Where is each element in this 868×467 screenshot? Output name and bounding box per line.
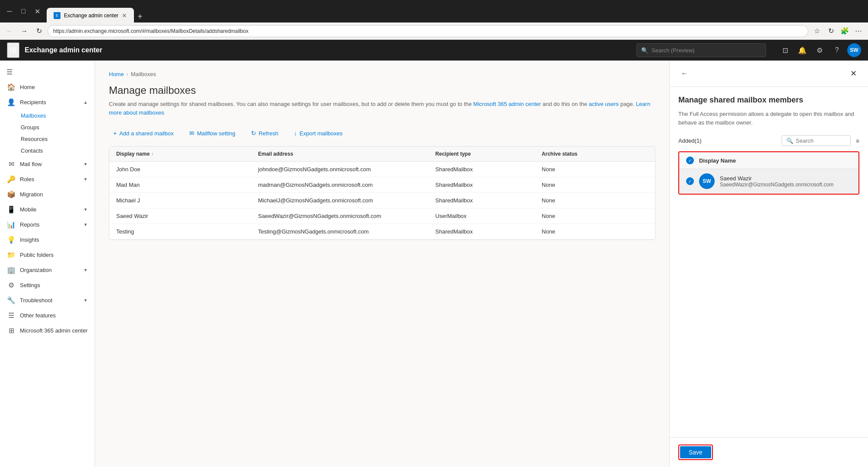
cell-email: MichaelJ@GizmosNGadgets.onmicrosoft.com	[258, 197, 435, 204]
table-row[interactable]: Testing Testing@GizmosNGadgets.onmicroso…	[109, 224, 655, 240]
member-info: Saeed Wazir SaeedWazir@GizmosNGadgets.on…	[720, 175, 852, 188]
home-icon: 🏠	[7, 83, 16, 91]
minimize-btn[interactable]: ─	[3, 5, 16, 17]
sidebar-label-roles: Roles	[20, 176, 79, 182]
sidebar-item-insights[interactable]: 💡 Insights	[0, 232, 95, 247]
toolbar: + Add a shared mailbox ✉ Mailflow settin…	[109, 127, 655, 139]
sidebar-item-troubleshoot[interactable]: 🔧 Troubleshoot ▼	[0, 293, 95, 308]
breadcrumb-separator: ›	[127, 71, 128, 77]
sidebar-item-m365admin[interactable]: ⊞ Microsoft 365 admin center	[0, 323, 95, 338]
mailflow-setting-button[interactable]: ✉ Mailflow setting	[185, 127, 240, 139]
organization-icon: 🏢	[7, 266, 16, 274]
reports-icon: 📊	[7, 221, 16, 229]
sidebar-label-reports: Reports	[20, 221, 79, 228]
sort-icon: ↑	[151, 152, 153, 157]
save-button[interactable]: Save	[680, 446, 711, 458]
breadcrumb-home[interactable]: Home	[109, 71, 124, 77]
cell-email: SaeedWazir@GizmosNGadgets.onmicrosoft.co…	[258, 213, 435, 219]
add-icon: +	[113, 130, 117, 137]
col-displayname[interactable]: Display name ↑	[116, 151, 258, 157]
sidebar-item-recipients[interactable]: 👤 Recipients ▲	[0, 95, 95, 110]
reports-chevron-icon: ▼	[83, 222, 88, 227]
member-row[interactable]: SW Saeed Wazir SaeedWazir@GizmosNGadgets…	[679, 169, 858, 194]
sidebar-item-organization[interactable]: 🏢 Organization ▼	[0, 262, 95, 278]
breadcrumb: Home › Mailboxes	[109, 71, 655, 77]
extensions-icon[interactable]: 🧩	[839, 25, 851, 37]
top-nav-icons: ⊡ 🔔 ⚙ ? SW	[778, 43, 861, 57]
help-icon[interactable]: ?	[830, 43, 844, 57]
refresh-icon[interactable]: ↻	[825, 25, 837, 37]
sidebar-item-reports[interactable]: 📊 Reports ▼	[0, 217, 95, 232]
cell-displayname: Mad Man	[116, 182, 258, 188]
active-users-link[interactable]: active users	[589, 101, 619, 107]
close-browser-btn[interactable]: ✕	[31, 5, 43, 17]
forward-button[interactable]: →	[18, 25, 30, 37]
col-email[interactable]: Email address	[258, 151, 435, 157]
members-list: Display Name SW Saeed Wazir SaeedWazir@G…	[678, 151, 859, 195]
active-tab[interactable]: E Exchange admin center ✕	[47, 8, 134, 23]
sidebar-subitem-groups[interactable]: Groups	[14, 122, 95, 133]
table-row[interactable]: John Doe johndoe@GizmosNGadgets.onmicros…	[109, 162, 655, 177]
add-shared-mailbox-button[interactable]: + Add a shared mailbox	[109, 127, 178, 139]
new-tab-button[interactable]: +	[134, 10, 146, 22]
panel-footer: Save	[670, 437, 868, 467]
sidebar-item-home[interactable]: 🏠 Home	[0, 80, 95, 95]
panel-back-button[interactable]: ←	[678, 67, 690, 80]
col-recipienttype[interactable]: Recipient type	[436, 151, 542, 157]
browser-right-icons: ☆ ↻ 🧩 ⋯	[811, 25, 865, 37]
mailflow-label: Mailflow setting	[197, 130, 235, 137]
sidebar-item-settings[interactable]: ⚙ Settings	[0, 278, 95, 293]
sidebar-item-publicfolders[interactable]: 📁 Public folders	[0, 247, 95, 262]
table-row[interactable]: Saeed Wazir SaeedWazir@GizmosNGadgets.on…	[109, 208, 655, 224]
sidebar-subitem-mailboxes[interactable]: Mailboxes	[14, 110, 95, 122]
sidebar-item-mailflow[interactable]: ✉ Mail flow ▼	[0, 157, 95, 172]
screen-icon[interactable]: ⊡	[778, 43, 792, 57]
back-button[interactable]: ←	[3, 25, 16, 37]
refresh-button[interactable]: ↻ Refresh	[247, 127, 283, 139]
maximize-btn[interactable]: □	[17, 5, 29, 17]
sidebar-subitem-contacts[interactable]: Contacts	[14, 145, 95, 157]
breadcrumb-current: Mailboxes	[131, 71, 156, 77]
otherfeatures-icon: ☰	[7, 311, 16, 320]
browser-controls: ─ □ ✕	[3, 5, 43, 17]
app-grid-icon[interactable]: ⊞	[7, 42, 19, 58]
roles-chevron-icon: ▼	[83, 177, 88, 182]
more-icon[interactable]: ⋯	[852, 25, 865, 37]
sidebar-item-migration[interactable]: 📦 Migration	[0, 187, 95, 202]
table-row[interactable]: Mad Man madman@GizmosNGadgets.onmicrosof…	[109, 177, 655, 193]
panel-close-button[interactable]: ✕	[847, 67, 859, 80]
table-row[interactable]: Michael J MichaelJ@GizmosNGadgets.onmicr…	[109, 193, 655, 208]
sidebar-item-roles[interactable]: 🔑 Roles ▼	[0, 172, 95, 187]
top-search-bar[interactable]: 🔍	[636, 43, 766, 57]
col-archivestatus[interactable]: Archive status	[542, 151, 648, 157]
export-icon: ↓	[294, 130, 297, 137]
sidebar-item-mobile[interactable]: 📱 Mobile ▼	[0, 202, 95, 217]
cell-email: madman@GizmosNGadgets.onmicrosoft.com	[258, 182, 435, 188]
panel-search-icon: 🔍	[786, 138, 793, 144]
members-list-header: Display Name	[679, 152, 858, 169]
user-avatar[interactable]: SW	[847, 43, 861, 57]
bookmark-icon[interactable]: ☆	[811, 25, 823, 37]
members-header-checkbox[interactable]	[686, 157, 694, 164]
panel-search-input[interactable]	[796, 138, 846, 144]
top-search-input[interactable]	[652, 47, 761, 54]
sidebar-item-otherfeatures[interactable]: ☰ Other features	[0, 308, 95, 323]
sidebar-collapse-btn[interactable]: ☰	[3, 66, 16, 78]
search-icon: 🔍	[641, 47, 648, 54]
address-bar[interactable]: https://admin.exchange.microsoft.com/#/m…	[48, 25, 808, 37]
sidebar-label-settings: Settings	[20, 282, 88, 288]
settings-icon[interactable]: ⚙	[813, 43, 827, 57]
bell-icon[interactable]: 🔔	[795, 43, 809, 57]
tab-close-icon[interactable]: ✕	[122, 12, 127, 19]
reload-button[interactable]: ↻	[33, 25, 45, 37]
cell-type: SharedMailbox	[436, 228, 542, 235]
member-checkbox[interactable]	[686, 177, 694, 185]
recipients-icon: 👤	[7, 98, 16, 106]
export-mailboxes-button[interactable]: ↓ Export mailboxes	[289, 127, 347, 139]
cell-email: Testing@GizmosNGadgets.onmicrosoft.com	[258, 228, 435, 235]
roles-icon: 🔑	[7, 175, 16, 183]
panel-search-box[interactable]: 🔍	[782, 135, 851, 146]
m365-link[interactable]: Microsoft 365 admin center	[473, 101, 541, 107]
sidebar-subitem-resources[interactable]: Resources	[14, 133, 95, 145]
panel-filter-icon[interactable]: ≡	[856, 138, 859, 144]
